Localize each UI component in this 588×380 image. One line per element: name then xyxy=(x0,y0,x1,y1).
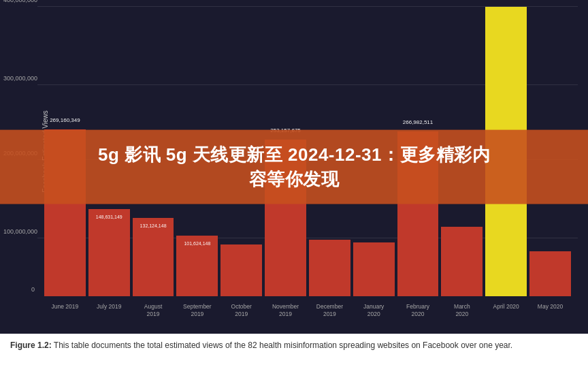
overlay-banner: 5g 影讯 5g 天线更新至 2024-12-31：更多精彩内 容等你发现 xyxy=(0,130,588,204)
bar xyxy=(529,251,571,296)
figure-label: Figure 1.2: xyxy=(10,341,52,350)
bar-label-top: 466,232,122 xyxy=(491,0,521,1)
x-tick-label: December 2019 xyxy=(309,300,350,334)
bar-label-top: 269,160,349 xyxy=(50,117,80,123)
bar xyxy=(220,244,262,297)
x-tick-label: April 2020 xyxy=(485,300,527,334)
bar-label-mid: 132,124,148 xyxy=(140,223,167,228)
bar-label-mid: 101,624,148 xyxy=(184,241,210,246)
bar xyxy=(441,227,483,296)
y-tick-label: 100,000,000 xyxy=(3,228,35,235)
x-tick-label: September 2019 xyxy=(176,300,218,334)
y-tick-label: 300,000,000 xyxy=(3,75,35,82)
x-tick-label: October 2019 xyxy=(220,300,262,334)
x-tick-label: June 2019 xyxy=(44,300,86,334)
figure-caption: Figure 1.2: This table documents the tot… xyxy=(0,334,588,357)
x-tick-label: May 2020 xyxy=(529,300,571,334)
y-tick-label: 0 xyxy=(3,286,35,293)
bar: 101,624,148 xyxy=(176,236,218,296)
figure-text: This table documents the total estimated… xyxy=(52,341,513,350)
chart-container: Facebook Estimated Views 400,000,000300,… xyxy=(0,0,588,334)
x-tick-label: February 2020 xyxy=(397,300,439,334)
x-axis: June 2019July 2019August 2019September 2… xyxy=(37,300,578,334)
bar: 148,631,149 xyxy=(88,209,130,296)
x-tick-label: August 2019 xyxy=(133,300,174,334)
x-tick-label: November 2019 xyxy=(265,300,306,334)
x-tick-label: July 2019 xyxy=(88,300,130,334)
bar xyxy=(309,240,350,296)
y-tick-label: 400,000,000 xyxy=(3,0,35,3)
bar: 132,124,148 xyxy=(133,218,174,296)
bar xyxy=(353,242,395,296)
bar-label-top: 266,982,511 xyxy=(403,119,434,125)
bar-label-mid: 148,631,149 xyxy=(96,215,122,219)
overlay-text: 5g 影讯 5g 天线更新至 2024-12-31：更多精彩内 容等你发现 xyxy=(14,142,574,192)
x-tick-label: March 2020 xyxy=(441,300,483,334)
x-tick-label: January 2020 xyxy=(353,300,395,334)
